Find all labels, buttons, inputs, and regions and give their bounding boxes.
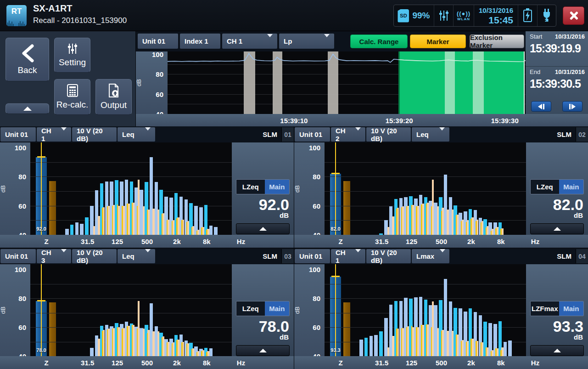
freq-tick-label: Z bbox=[44, 359, 48, 367]
plug-icon bbox=[542, 9, 551, 23]
metric-mode[interactable]: Main bbox=[265, 301, 289, 316]
slm4-metric-dropdown[interactable]: Lmax bbox=[412, 249, 449, 263]
band-yellow-bar bbox=[421, 325, 422, 356]
band-peach-bar bbox=[412, 205, 414, 235]
slm3-channel-dropdown[interactable]: CH 3 bbox=[37, 249, 71, 263]
slm2-range-cell[interactable]: 10 V (20 dB) bbox=[366, 127, 411, 142]
slm1-expand-button[interactable] bbox=[236, 223, 290, 234]
history-index-cell[interactable]: Index 1 bbox=[180, 34, 220, 49]
band-yellow-bar bbox=[456, 215, 457, 235]
spectrum-band bbox=[209, 264, 214, 356]
slm4-unit-cell[interactable]: Unit 01 bbox=[295, 249, 330, 263]
slm3-metric-toggle[interactable]: LZeq Main bbox=[236, 301, 290, 316]
slm4-channel-dropdown[interactable]: CH 1 bbox=[331, 249, 365, 263]
metric-name[interactable]: LZeq bbox=[531, 180, 559, 194]
spectrum-band bbox=[199, 142, 204, 235]
band-yellow-bar bbox=[495, 228, 496, 235]
slm2-expand-button[interactable] bbox=[530, 223, 584, 234]
band-yellow-bar bbox=[181, 220, 182, 235]
slm1-spectrum-plot[interactable]: 92.0 bbox=[30, 142, 232, 235]
slm-panel-1: Unit 01 CH 1 10 V (20 dB) Leq SLM01 dB10… bbox=[0, 126, 294, 248]
band-peach-bar bbox=[133, 203, 134, 235]
spectrum-band bbox=[409, 142, 414, 235]
slm2-spectrum-plot[interactable]: 82.0 bbox=[325, 142, 526, 235]
spectrum-band bbox=[399, 264, 404, 356]
metric-mode[interactable]: Main bbox=[265, 180, 289, 194]
start-date: 10/31/2016 bbox=[555, 33, 585, 40]
setting-sliders-icon bbox=[67, 43, 78, 55]
close-button[interactable] bbox=[563, 6, 584, 25]
band-yellow-bar bbox=[132, 203, 133, 235]
setting-button[interactable]: Setting bbox=[54, 38, 90, 73]
spectrum-band bbox=[164, 264, 169, 356]
slm3-range-cell[interactable]: 10 V (20 dB) bbox=[72, 249, 117, 263]
gridline bbox=[325, 298, 526, 299]
marker-button[interactable]: Marker bbox=[410, 34, 466, 48]
band-yellow-bar bbox=[431, 327, 432, 356]
history-channel-dropdown[interactable]: CH 1 bbox=[222, 34, 277, 49]
spectrum-band bbox=[219, 264, 224, 356]
history-metric-dropdown[interactable]: Lp bbox=[279, 34, 334, 49]
band-main-bar bbox=[508, 341, 512, 356]
step-back-button[interactable] bbox=[531, 101, 551, 112]
metric-mode[interactable]: Main bbox=[559, 180, 583, 194]
slm2-metric-toggle[interactable]: LZeq Main bbox=[530, 179, 584, 194]
freq-tick-label: 8k bbox=[497, 238, 505, 245]
slm3-unit-cell[interactable]: Unit 01 bbox=[0, 249, 36, 263]
band-main-bar bbox=[364, 338, 368, 356]
spectrum-band bbox=[110, 142, 115, 235]
band-yellow-bar bbox=[476, 221, 476, 235]
collapse-panel-button[interactable] bbox=[6, 103, 49, 114]
band-yellow-bar bbox=[431, 206, 432, 235]
history-plot[interactable] bbox=[168, 51, 526, 114]
slm2-unit-cell[interactable]: Unit 01 bbox=[295, 127, 330, 142]
band-peach-bar bbox=[487, 347, 488, 356]
metric-mode[interactable]: Main bbox=[559, 301, 583, 316]
slm4-metric-toggle[interactable]: LZFmax Main bbox=[530, 301, 584, 316]
metric-name[interactable]: LZeq bbox=[236, 301, 265, 316]
freq-tick-label: 2k bbox=[467, 238, 475, 245]
band-peach-bar bbox=[476, 341, 478, 356]
calc-range-button[interactable]: Calc. Range bbox=[350, 34, 408, 48]
band-yellow-bar bbox=[132, 325, 133, 356]
slm3-expand-button[interactable] bbox=[236, 345, 290, 356]
metric-name[interactable]: LZFmax bbox=[531, 301, 559, 316]
slm4-spectrum-plot[interactable]: 93.3 bbox=[325, 264, 526, 356]
slm1-metric-dropdown[interactable]: Leq bbox=[118, 127, 155, 142]
band-yellow-bar bbox=[181, 342, 182, 356]
slm-number-badge: 02 bbox=[576, 127, 588, 142]
slm1-channel-dropdown[interactable]: CH 1 bbox=[37, 127, 71, 142]
slm4-range-cell[interactable]: 10 V (20 dB) bbox=[366, 249, 411, 263]
band-yellow-bar bbox=[470, 219, 471, 235]
back-button[interactable]: Back bbox=[6, 38, 49, 81]
slm4-expand-button[interactable] bbox=[530, 345, 584, 356]
slm3-metric-dropdown[interactable]: Leq bbox=[118, 249, 155, 263]
band-peach-bar bbox=[402, 206, 404, 235]
spectrum-band bbox=[449, 264, 454, 356]
step-forward-button[interactable] bbox=[562, 101, 582, 112]
status-time: 15:45 bbox=[488, 15, 513, 25]
app-logo-icon: RT bbox=[6, 5, 27, 26]
slm3-spectrum-plot[interactable]: 78.0 bbox=[30, 264, 232, 356]
band-yellow-bar bbox=[122, 206, 123, 235]
slm1-range-cell[interactable]: 10 V (20 dB) bbox=[72, 127, 117, 142]
history-unit-cell[interactable]: Unit 01 bbox=[138, 34, 178, 49]
exclusion-marker-button[interactable]: Exclusion Marker bbox=[470, 34, 524, 48]
band-yellow-bar bbox=[191, 227, 192, 235]
band-main-bar bbox=[379, 233, 383, 235]
slm2-metric-dropdown[interactable]: Leq bbox=[412, 127, 449, 142]
range-step-buttons bbox=[526, 101, 588, 112]
slm2-value-panel: LZeq Main 82.0 dB bbox=[526, 142, 588, 235]
slm1-unit-cell[interactable]: Unit 01 bbox=[0, 127, 36, 142]
band-peach-bar bbox=[202, 227, 204, 235]
output-button[interactable]: Output bbox=[95, 79, 132, 115]
band-peach-bar bbox=[177, 217, 179, 235]
slm4-unit-label: dB bbox=[526, 333, 588, 341]
slm2-channel-dropdown[interactable]: CH 2 bbox=[331, 127, 365, 142]
slm1-value: 92.0 bbox=[232, 196, 294, 213]
slm1-xaxis: Z31.51255002k8kHz bbox=[0, 235, 294, 248]
spectrum-band bbox=[130, 142, 135, 235]
slm1-metric-toggle[interactable]: LZeq Main bbox=[236, 179, 290, 194]
metric-name[interactable]: LZeq bbox=[236, 180, 265, 194]
recalc-button[interactable]: Re-calc. bbox=[54, 79, 90, 115]
